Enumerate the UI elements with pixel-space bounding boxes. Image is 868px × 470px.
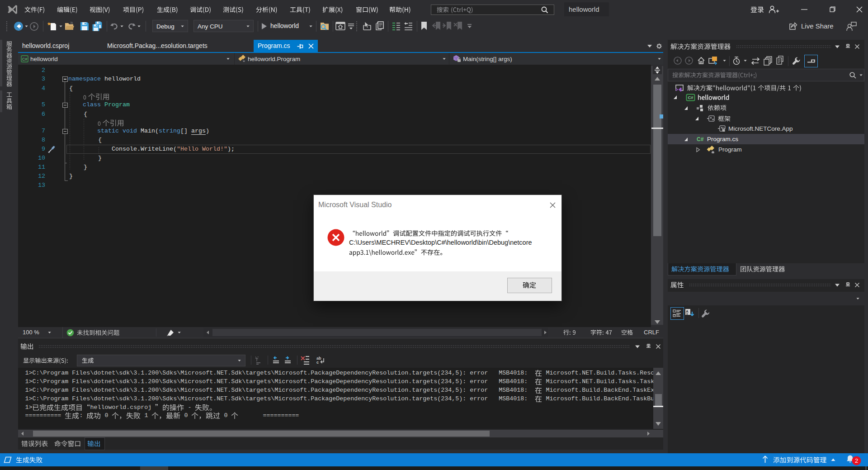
svg-text:C#: C# [697, 136, 704, 142]
svg-text:Z: Z [686, 313, 688, 317]
svg-text:c: c [316, 360, 319, 365]
svg-text:C#: C# [22, 57, 28, 62]
svg-text:C#: C# [688, 95, 693, 100]
svg-text:2: 2 [855, 457, 858, 464]
